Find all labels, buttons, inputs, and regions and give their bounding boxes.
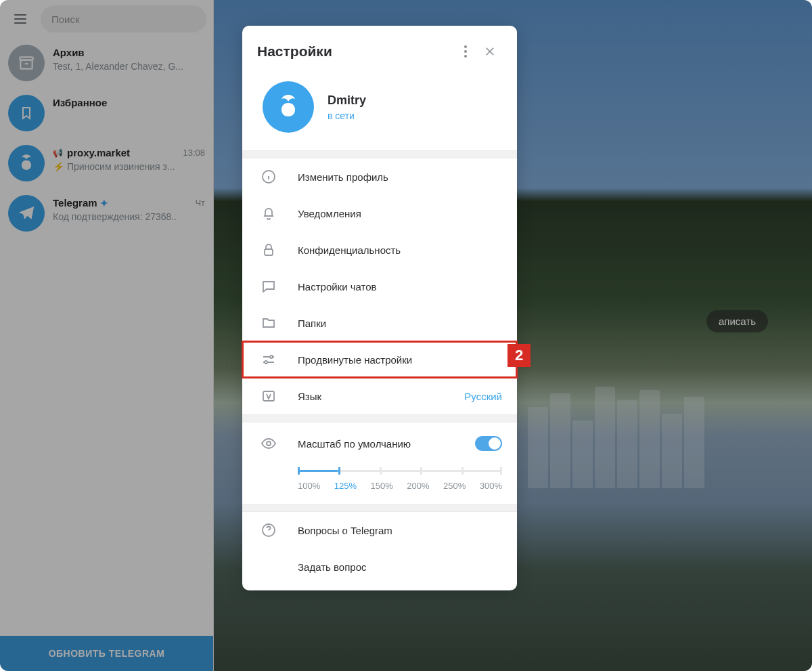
chat-name: Telegram ✦ (53, 197, 108, 209)
profile-name: Dmitry (328, 93, 366, 108)
profile-avatar (263, 81, 314, 133)
megaphone-icon: 📢 (53, 148, 63, 158)
language-icon (260, 387, 277, 405)
chat-icon (260, 278, 277, 295)
lock-icon (260, 241, 277, 259)
settings-item-chat-settings[interactable]: Настройки чатов (242, 268, 517, 305)
update-button[interactable]: ОБНОВИТЬ TELEGRAM (0, 636, 213, 671)
close-button[interactable] (478, 39, 502, 64)
profile-status: в сети (328, 110, 366, 121)
profile-row[interactable]: Dmitry в сети (242, 69, 517, 150)
archive-icon (8, 45, 45, 81)
sidebar: Поиск Архив Test, 1, Alexander Chavez, G… (0, 0, 214, 671)
scale-slider[interactable]: 100% 125% 150% 200% 250% 300% (298, 466, 502, 493)
svg-point-5 (265, 361, 267, 364)
chat-time: 13:08 (183, 148, 205, 158)
bell-icon (260, 204, 277, 222)
close-icon (484, 45, 496, 58)
verified-icon: ✦ (100, 198, 108, 209)
chat-item-telegram[interactable]: Telegram ✦ Чт Код подтверждения: 27368.. (0, 188, 213, 238)
settings-item-ask[interactable]: Задать вопрос (242, 548, 517, 585)
kebab-icon (464, 45, 467, 58)
annotation-badge: 2 (508, 344, 531, 367)
menu-button[interactable] (7, 5, 34, 33)
settings-item-edit-profile[interactable]: Изменить профиль (242, 158, 517, 195)
more-button[interactable] (453, 39, 478, 64)
svg-rect-3 (265, 249, 273, 255)
chat-time: Чт (195, 198, 205, 208)
settings-modal: Настройки Dmitry в сети Изменить профиль… (242, 26, 517, 590)
bookmark-icon (8, 95, 45, 131)
chat-name: 📢proxy.market (53, 147, 130, 158)
svg-point-4 (270, 355, 273, 358)
settings-item-notifications[interactable]: Уведомления (242, 195, 517, 232)
avatar-icon (8, 145, 45, 181)
chat-item-archive[interactable]: Архив Test, 1, Alexander Chavez, G... (0, 38, 213, 88)
chat-name: Избранное (53, 97, 107, 108)
settings-item-advanced[interactable]: Продвинутые настройки 2 (242, 341, 517, 378)
folder-icon (260, 314, 277, 332)
info-icon (260, 168, 277, 186)
settings-item-language[interactable]: Язык Русский (242, 378, 517, 414)
chat-name: Архив (53, 47, 85, 58)
background-image (528, 380, 812, 488)
search-input[interactable]: Поиск (41, 5, 206, 33)
search-placeholder: Поиск (51, 14, 80, 25)
chat-preview: Код подтверждения: 27368.. (53, 211, 205, 222)
chat-preview: ⚡ Приносим извинения з... (53, 161, 205, 172)
chat-item-proxy[interactable]: 📢proxy.market 13:08 ⚡ Приносим извинения… (0, 138, 213, 188)
question-icon (260, 521, 277, 539)
chat-list: Архив Test, 1, Alexander Chavez, G... Из… (0, 38, 213, 636)
scale-label: Масштаб по умолчанию (298, 438, 455, 450)
language-value: Русский (464, 391, 502, 402)
eye-icon (260, 435, 277, 452)
settings-item-folders[interactable]: Папки (242, 305, 517, 341)
chat-item-saved[interactable]: Избранное (0, 88, 213, 138)
separator (242, 504, 517, 512)
settings-item-faq[interactable]: Вопросы о Telegram (242, 512, 517, 548)
scale-labels: 100% 125% 150% 200% 250% 300% (298, 481, 502, 491)
telegram-icon (8, 195, 45, 232)
modal-title: Настройки (257, 43, 453, 60)
sliders-icon (260, 351, 277, 368)
separator (242, 414, 517, 423)
chat-preview: Test, 1, Alexander Chavez, G... (53, 61, 205, 72)
settings-item-privacy[interactable]: Конфиденциальность (242, 232, 517, 268)
svg-point-7 (267, 441, 271, 446)
hamburger-icon (14, 14, 26, 24)
background-pill: аписать (706, 310, 768, 332)
separator (242, 150, 517, 158)
scale-toggle[interactable] (475, 436, 502, 451)
